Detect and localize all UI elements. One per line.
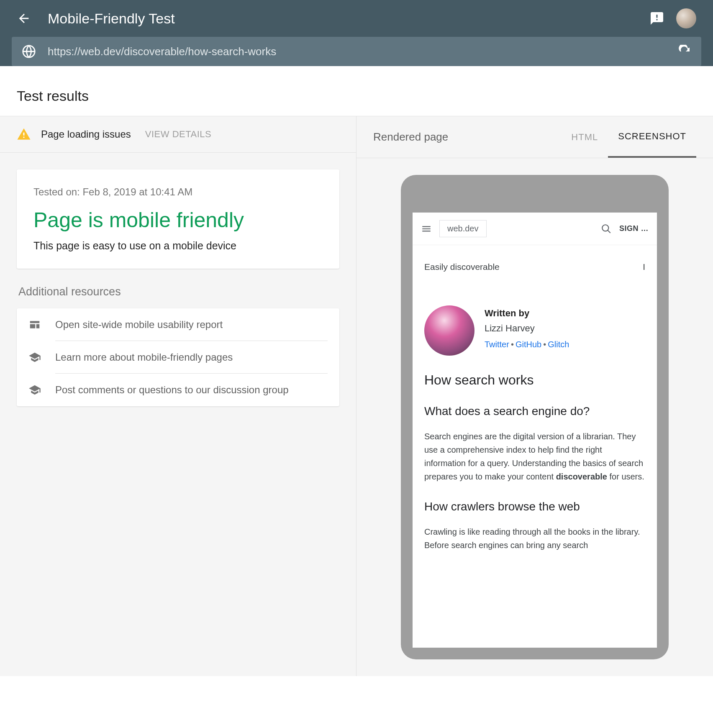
link-github[interactable]: GitHub: [516, 340, 541, 349]
refresh-button[interactable]: [678, 45, 691, 58]
resource-link-discussion[interactable]: Post comments or questions to our discus…: [17, 374, 339, 406]
svg-rect-4: [23, 137, 25, 138]
tested-on: Tested on: Feb 8, 2019 at 10:41 AM: [33, 186, 323, 198]
resource-link-usability-report[interactable]: Open site-wide mobile usability report: [17, 308, 339, 341]
author-links: Twitter•GitHub•Glitch: [485, 340, 569, 349]
sign-in-button[interactable]: SIGN …: [619, 224, 649, 233]
webpage-icon: [28, 318, 42, 331]
hamburger-icon[interactable]: [421, 223, 432, 234]
tab-html[interactable]: HTML: [561, 116, 608, 158]
article-paragraph: Crawling is like reading through all the…: [424, 525, 645, 552]
svg-point-5: [602, 225, 608, 231]
left-panel: Page loading issues VIEW DETAILS Tested …: [0, 116, 356, 676]
page-title: Mobile-Friendly Test: [48, 10, 649, 27]
user-avatar[interactable]: [676, 8, 696, 28]
breadcrumb-side: I: [643, 262, 645, 272]
article-title: How search works: [424, 372, 645, 388]
warning-icon: [17, 127, 31, 141]
phone-screen: web.dev SIGN … Easily discoverable I: [413, 213, 657, 648]
verdict: Page is mobile friendly: [33, 208, 323, 232]
svg-rect-0: [657, 15, 658, 18]
resources-title: Additional resources: [17, 285, 339, 298]
url-input[interactable]: [48, 45, 666, 58]
globe-icon: [22, 44, 36, 59]
resource-link-learn-more[interactable]: Learn more about mobile-friendly pages: [17, 341, 339, 374]
article-subheading: How crawlers browse the web: [424, 500, 645, 513]
written-by-label: Written by: [485, 308, 569, 319]
author-name: Lizzi Harvey: [485, 323, 569, 334]
rendered-page-label: Rendered page: [373, 131, 561, 144]
link-glitch[interactable]: Glitch: [548, 340, 569, 349]
svg-rect-1: [657, 19, 658, 21]
article-subheading: What does a search engine do?: [424, 405, 645, 418]
link-twitter[interactable]: Twitter: [485, 340, 509, 349]
result-card: Tested on: Feb 8, 2019 at 10:41 AM Page …: [17, 169, 339, 269]
url-bar: [12, 37, 701, 66]
back-button[interactable]: [17, 11, 31, 26]
svg-rect-3: [23, 133, 25, 136]
warning-bar: Page loading issues VIEW DETAILS: [0, 116, 356, 153]
school-icon: [28, 384, 42, 396]
right-panel: Rendered page HTML SCREENSHOT web.dev: [356, 116, 713, 676]
breadcrumb[interactable]: Easily discoverable: [424, 262, 500, 272]
results-heading: Test results: [0, 78, 713, 116]
verdict-sub: This page is easy to use on a mobile dev…: [33, 240, 323, 252]
feedback-icon[interactable]: [649, 11, 664, 26]
article-paragraph: Search engines are the digital version o…: [424, 430, 645, 483]
app-header: Mobile-Friendly Test: [0, 0, 713, 66]
phone-frame: web.dev SIGN … Easily discoverable I: [401, 175, 669, 659]
view-details-button[interactable]: VIEW DETAILS: [145, 129, 211, 140]
school-icon: [28, 351, 42, 364]
tab-screenshot[interactable]: SCREENSHOT: [608, 116, 696, 158]
author-avatar: [424, 305, 474, 356]
search-icon[interactable]: [601, 223, 612, 234]
site-name: web.dev: [439, 220, 487, 237]
additional-resources: Additional resources Open site-wide mobi…: [17, 285, 339, 406]
warning-text: Page loading issues: [41, 128, 131, 140]
